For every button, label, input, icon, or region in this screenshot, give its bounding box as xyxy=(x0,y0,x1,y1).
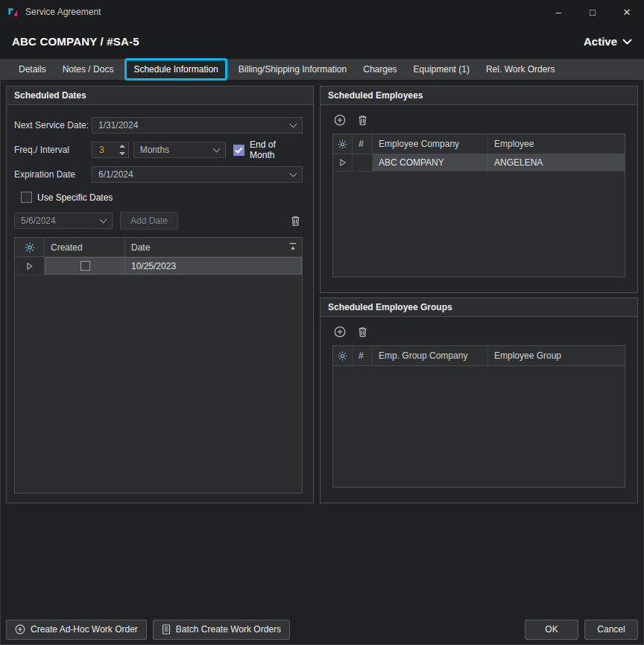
plus-circle-icon xyxy=(15,624,25,635)
tab-bar: Details Notes / Docs Schedule Informatio… xyxy=(0,59,644,80)
end-of-month-checkbox[interactable] xyxy=(233,145,244,156)
spin-up-icon[interactable] xyxy=(116,142,128,150)
spin-down-icon[interactable] xyxy=(116,150,128,157)
document-icon xyxy=(162,624,171,635)
scheduled-employee-groups-title: Scheduled Employee Groups xyxy=(321,298,637,317)
freq-interval-label: Freq./ Interval xyxy=(14,145,92,155)
delete-employee-button[interactable] xyxy=(357,114,368,126)
column-header-date-label: Date xyxy=(131,242,150,253)
table-row[interactable]: ABC COMPANY ANGELENA xyxy=(333,154,625,172)
batch-create-work-orders-button[interactable]: Batch Create Work Orders xyxy=(153,620,290,640)
freq-unit-dropdown[interactable]: Months xyxy=(133,142,226,158)
freq-interval-value: 3 xyxy=(92,142,116,157)
column-header-created[interactable]: Created xyxy=(45,238,125,257)
grid-settings-icon[interactable] xyxy=(333,134,353,154)
column-header-number[interactable]: # xyxy=(353,134,373,154)
column-header-date[interactable]: Date xyxy=(125,238,302,257)
chevron-down-icon xyxy=(290,169,297,177)
table-row[interactable]: 10/25/2023 xyxy=(15,257,302,275)
scheduled-employees-title: Scheduled Employees xyxy=(321,86,637,105)
row-employee-company-value: ABC COMPANY xyxy=(373,154,488,171)
scheduled-employees-grid: # Employee Company Employee ABC COMPANY xyxy=(332,133,625,277)
status-value: Active xyxy=(584,35,617,48)
grid-empty-area xyxy=(333,172,625,277)
scheduled-employee-groups-grid: # Emp. Group Company Employee Group xyxy=(332,345,625,488)
tab-schedule-information[interactable]: Schedule Information xyxy=(124,58,227,81)
batch-create-label: Batch Create Work Orders xyxy=(176,624,281,635)
row-number-value xyxy=(353,154,373,171)
delete-employee-group-button[interactable] xyxy=(357,326,368,338)
end-of-month-label: End of Month xyxy=(250,139,303,160)
plus-circle-icon xyxy=(334,326,346,338)
tab-charges[interactable]: Charges xyxy=(355,59,405,80)
new-date-value: 5/6/2024 xyxy=(21,215,101,226)
chevron-down-icon xyxy=(213,145,221,152)
use-specific-dates-checkbox[interactable] xyxy=(21,192,32,203)
add-employee-group-button[interactable] xyxy=(334,326,346,338)
close-icon[interactable]: ✕ xyxy=(610,0,644,24)
freq-unit-value: Months xyxy=(140,145,214,155)
next-service-date-value: 1/31/2024 xyxy=(98,120,291,130)
page-title: ABC COMPANY / #SA-5 xyxy=(12,35,139,48)
grid-settings-icon[interactable] xyxy=(15,238,45,257)
tab-details[interactable]: Details xyxy=(10,59,54,80)
row-expander-icon[interactable] xyxy=(15,257,45,274)
scheduled-dates-panel: Scheduled Dates Next Service Date: 1/31/… xyxy=(6,86,314,503)
employee-groups-toolbar xyxy=(321,317,637,345)
tab-billing-shipping[interactable]: Billing/Shipping Information xyxy=(230,59,355,80)
column-header-emp-group-company[interactable]: Emp. Group Company xyxy=(373,346,488,365)
cancel-button[interactable]: Cancel xyxy=(584,620,638,640)
employees-toolbar xyxy=(321,105,637,133)
row-expander-icon[interactable] xyxy=(333,154,353,171)
column-header-employee[interactable]: Employee xyxy=(488,134,625,154)
add-date-button[interactable]: Add Date xyxy=(120,212,178,230)
title-bar: Service Agreement – □ ✕ xyxy=(0,0,644,24)
expiration-date-value: 6/1/2024 xyxy=(98,169,291,180)
grid-settings-icon[interactable] xyxy=(333,346,353,365)
column-header-employee-group[interactable]: Employee Group xyxy=(488,346,625,365)
maximize-icon[interactable]: □ xyxy=(575,0,610,24)
sort-icon[interactable] xyxy=(288,242,297,253)
expiration-date-label: Expiration Date xyxy=(14,169,92,180)
row-employee-value: ANGELENA xyxy=(488,154,625,171)
create-adhoc-work-order-button[interactable]: Create Ad-Hoc Work Order xyxy=(6,620,147,640)
chevron-down-icon xyxy=(290,120,297,128)
trash-icon xyxy=(290,215,301,227)
plus-circle-icon xyxy=(334,114,346,126)
app-logo-icon xyxy=(7,6,19,18)
chevron-down-icon xyxy=(100,215,107,223)
column-header-employee-company[interactable]: Employee Company xyxy=(373,134,488,154)
window-controls: – □ ✕ xyxy=(541,0,644,24)
tab-equipment[interactable]: Equipment (1) xyxy=(405,59,478,80)
next-service-date-label: Next Service Date: xyxy=(14,120,92,130)
scheduled-employees-panel: Scheduled Employees xyxy=(320,86,638,293)
scheduled-employee-groups-panel: Scheduled Employee Groups xyxy=(320,298,638,503)
add-employee-button[interactable] xyxy=(334,114,346,126)
use-specific-dates-label: Use Specific Dates xyxy=(37,192,113,203)
create-adhoc-label: Create Ad-Hoc Work Order xyxy=(31,624,138,635)
new-date-dropdown[interactable]: 5/6/2024 xyxy=(14,213,113,229)
footer-bar: Create Ad-Hoc Work Order Batch Create Wo… xyxy=(0,614,644,645)
trash-icon xyxy=(357,326,368,338)
chevron-down-icon xyxy=(622,39,632,45)
trash-icon xyxy=(357,114,368,126)
window-title: Service Agreement xyxy=(25,7,101,17)
record-header: ABC COMPANY / #SA-5 Active xyxy=(0,24,644,59)
minimize-icon[interactable]: – xyxy=(541,0,575,24)
freq-interval-spinner[interactable]: 3 xyxy=(92,142,129,158)
grid-empty-area xyxy=(15,275,302,493)
scheduled-dates-grid: Created Date xyxy=(14,237,303,494)
row-created-checkbox[interactable] xyxy=(80,261,90,271)
column-header-number[interactable]: # xyxy=(353,346,373,365)
right-column: Scheduled Employees xyxy=(320,86,638,503)
tab-rel-work-orders[interactable]: Rel. Work Orders xyxy=(478,59,563,80)
next-service-date-dropdown[interactable]: 1/31/2024 xyxy=(92,117,303,133)
status-dropdown[interactable]: Active xyxy=(584,35,632,48)
expiration-date-dropdown[interactable]: 6/1/2024 xyxy=(92,166,303,183)
check-icon xyxy=(235,147,243,154)
service-agreement-window: Service Agreement – □ ✕ ABC COMPANY / #S… xyxy=(0,0,644,645)
grid-empty-area xyxy=(333,366,625,487)
ok-button[interactable]: OK xyxy=(525,620,578,640)
delete-date-button[interactable] xyxy=(290,215,301,227)
tab-notes-docs[interactable]: Notes / Docs xyxy=(54,59,122,80)
